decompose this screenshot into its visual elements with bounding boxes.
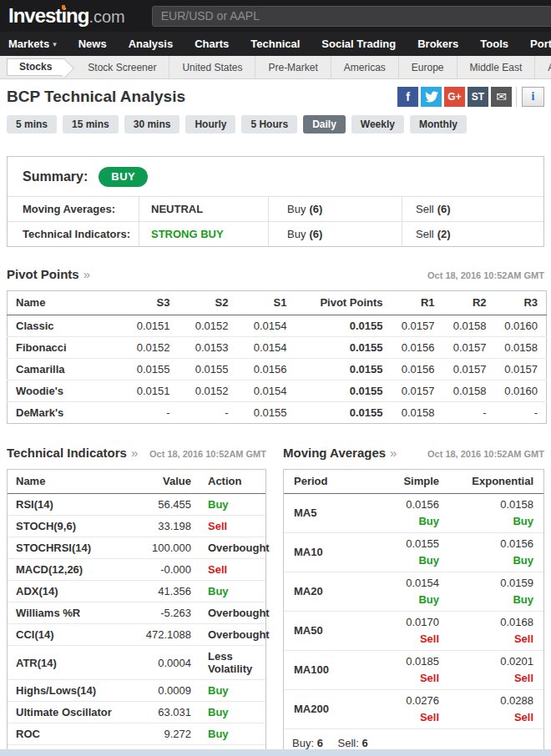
timeframe-tab-30-mins[interactable]: 30 mins — [124, 115, 180, 134]
chevron-right-icon[interactable]: » — [131, 446, 138, 460]
ma-period-name: MA200 — [284, 694, 361, 723]
level-value: 0.0157 — [443, 337, 495, 359]
nav-item-charts[interactable]: Charts — [184, 38, 240, 50]
indicator-value: 41.356 — [131, 581, 200, 602]
ma-simple-action: Sell — [361, 672, 439, 684]
level-value: 0.0157 — [443, 359, 495, 381]
technical-indicators-box: NameValueAction RSI(14)56.455BuySTOCH(9,… — [7, 469, 266, 756]
technical-indicators-title-link[interactable]: Technical Indicators — [7, 446, 127, 460]
indicator-row-atr-14: ATR(14)0.0004Less Volatility — [8, 646, 265, 680]
indicator-name: MACD(12,26) — [8, 559, 131, 581]
ma-row-ma50: MA500.0170Sell0.0168Sell — [284, 611, 543, 650]
timeframe-tab-15-mins[interactable]: 15 mins — [63, 115, 119, 134]
pivot-table-header-row: NameS3S2S1Pivot PointsR1R2R3 — [8, 291, 547, 315]
moving-averages-title-link[interactable]: Moving Averages — [283, 446, 386, 460]
search-input[interactable] — [152, 6, 551, 27]
technical-indicators-header: Technical Indicators » Oct 18, 2016 10:5… — [7, 446, 266, 460]
ma-period-name: MA20 — [284, 577, 361, 606]
timeframe-tab-monthly[interactable]: Monthly — [410, 115, 467, 134]
pivot-method-name: Camarilla — [8, 359, 116, 381]
pivot-row-demark-s: DeMark's--0.01550.01550.0158-- — [8, 402, 547, 424]
timeframe-tab-5-hours[interactable]: 5 Hours — [241, 115, 297, 134]
nav-item-markets[interactable]: Markets▾ — [8, 38, 68, 50]
chevron-right-icon[interactable]: » — [390, 446, 397, 460]
nav-item-technical[interactable]: Technical — [240, 38, 311, 50]
ma-simple-value: 0.0156 — [361, 498, 439, 511]
buy-count: (6) — [309, 228, 322, 240]
indicator-row-stoch-9-6: STOCH(9,6)33.198Sell — [8, 516, 265, 537]
ma-row-ma5: MA50.0156Buy0.0158Buy — [284, 494, 543, 532]
breadcrumb-item-americas[interactable]: Americas — [331, 56, 399, 79]
twitter-icon[interactable] — [421, 87, 442, 107]
google-plus-icon[interactable]: G+ — [444, 87, 465, 107]
nav-item-analysis[interactable]: Analysis — [118, 38, 184, 50]
timeframe-tab-5-mins[interactable]: 5 mins — [7, 115, 57, 134]
facebook-icon[interactable]: f — [397, 87, 418, 107]
breadcrumb-item-middle-east[interactable]: Middle East — [457, 56, 536, 79]
level-value: 0.0158 — [443, 381, 495, 402]
logo-accent-letter: i — [61, 4, 66, 27]
breadcrumb-item-pre-market[interactable]: Pre-Market — [255, 56, 331, 79]
breadcrumb-item-stock-screener[interactable]: Stock Screener — [75, 56, 169, 79]
pivot-points-header: Pivot Points » Oct 18, 2016 10:52AM GMT — [0, 267, 551, 281]
level-value: 0.0160 — [495, 315, 547, 337]
ma-exponential-action: Sell — [449, 711, 533, 723]
logo-text: Invest — [8, 4, 61, 27]
ma-exponential-action: Buy — [449, 554, 533, 567]
column-header-period: Period — [284, 475, 361, 487]
ma-exponential-action: Sell — [449, 633, 533, 645]
indicator-action: Overbought — [200, 602, 265, 624]
ma-simple-cell: 0.0156Buy — [361, 498, 449, 527]
column-header-value: Value — [131, 470, 200, 494]
ma-exponential-cell: 0.0159Buy — [449, 577, 543, 606]
ma-period-name: MA10 — [284, 537, 361, 567]
timeframe-tabs: 5 mins15 mins30 minsHourly5 HoursDailyWe… — [0, 111, 551, 134]
pivot-value: 0.0155 — [296, 402, 392, 424]
column-header-name: Name — [8, 291, 116, 315]
breadcrumb-item-asia-pacific[interactable]: Asia/Pacific — [535, 56, 551, 79]
ti-table-header-row: NameValueAction — [8, 470, 265, 494]
pivot-row-classic: Classic0.01510.01520.01540.01550.01570.0… — [8, 315, 547, 337]
summary-row-buy-cell: Buy(6) — [268, 197, 402, 221]
indicator-row-ultimate-oscillator: Ultimate Oscillator63.031Buy — [8, 702, 265, 723]
info-button[interactable]: i — [522, 87, 544, 107]
chevron-right-icon[interactable]: » — [83, 267, 90, 281]
moving-averages-table-header: Period Simple Exponential — [284, 470, 543, 494]
page-title: BCP Technical Analysis — [7, 88, 397, 106]
column-header-name: Name — [8, 470, 131, 494]
moving-averages-column: Moving Averages » Oct 18, 2016 10:52AM G… — [283, 446, 544, 756]
level-value: 0.0155 — [116, 359, 179, 381]
ma-simple-value: 0.0185 — [361, 655, 439, 668]
sell-count: 6 — [361, 737, 367, 749]
nav-item-news[interactable]: News — [68, 38, 118, 50]
nav-item-portfolio[interactable]: Portfolio — [519, 38, 551, 50]
nav-item-tools[interactable]: Tools — [469, 38, 519, 50]
ma-simple-action: Buy — [361, 554, 439, 567]
breadcrumb-item-europe[interactable]: Europe — [399, 56, 457, 79]
breadcrumb: StocksStock ScreenerUnited StatesPre-Mar… — [0, 56, 551, 79]
stocktwits-icon[interactable]: ST — [468, 87, 488, 107]
level-value: 0.0157 — [495, 359, 547, 381]
nav-item-social-trading[interactable]: Social Trading — [311, 38, 407, 50]
level-value: 0.0152 — [179, 315, 237, 337]
buy-label: Buy — [287, 228, 306, 240]
timeframe-tab-daily[interactable]: Daily — [303, 115, 346, 134]
timeframe-tab-weekly[interactable]: Weekly — [351, 115, 404, 134]
ma-simple-cell: 0.0154Buy — [361, 577, 449, 606]
breadcrumb-item-united-states[interactable]: United States — [169, 56, 255, 79]
timeframe-tab-hourly[interactable]: Hourly — [185, 115, 235, 134]
sell-count-label: Sell: — [338, 737, 359, 749]
ma-exponential-cell: 0.0158Buy — [449, 498, 543, 527]
moving-averages-timestamp: Oct 18, 2016 10:52AM GMT — [427, 449, 544, 459]
email-icon[interactable]: ✉ — [491, 87, 512, 107]
level-value: 0.0154 — [237, 315, 296, 337]
nav-item-brokers[interactable]: Brokers — [407, 38, 469, 50]
pivot-points-table: NameS3S2S1Pivot PointsR1R2R3 Classic0.01… — [7, 290, 547, 424]
logo-text-end: ng — [66, 4, 88, 27]
pivot-points-title-link[interactable]: Pivot Points — [7, 267, 79, 281]
ma-exponential-cell: 0.0201Sell — [449, 655, 543, 684]
indicator-value: 33.198 — [131, 516, 200, 537]
investing-logo[interactable]: Investing.com — [8, 4, 125, 28]
breadcrumb-item-stocks[interactable]: Stocks — [7, 58, 65, 76]
level-value: 0.0160 — [495, 381, 547, 402]
